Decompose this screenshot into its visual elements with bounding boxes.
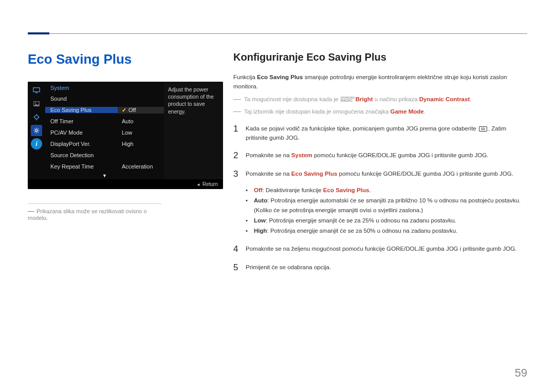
osd-item: Sound <box>45 93 164 104</box>
page-number: 59 <box>515 366 527 380</box>
osd-item: Eco Saving Plus✓Off <box>45 104 164 116</box>
osd-item: PC/AV ModeLow <box>45 127 164 138</box>
step-row: 4Pomaknite se na željenu mogućnost pomoć… <box>233 244 527 254</box>
osd-menu-list: System Sound Eco Saving Plus✓Off Off Tim… <box>45 82 164 179</box>
svg-point-4 <box>35 116 39 119</box>
osd-item: DisplayPort Ver.High <box>45 138 164 150</box>
step-row: 1Kada se pojavi vodič za funkcijske tipk… <box>233 124 527 143</box>
step-row: 2Pomaknite se na System pomoću funkcije … <box>233 151 527 161</box>
check-icon: ✓ <box>122 107 126 114</box>
svg-rect-1 <box>35 92 38 94</box>
intro-paragraph: Funkcija Eco Saving Plus smanjuje potroš… <box>233 72 527 117</box>
nav-left-icon: ◄ <box>196 182 200 187</box>
samsung-magic-logo: SAMSUNGMAGIC <box>341 97 355 102</box>
menu-icon <box>479 126 487 132</box>
osd-screenshot: i System Sound Eco Saving Plus✓Off Off T… <box>28 82 223 189</box>
step-row: 3Pomaknite se na Eco Saving Plus pomoću … <box>233 169 527 179</box>
monitor-icon <box>31 85 42 96</box>
step-row: 5Primijenit će se odabrana opcija. <box>233 263 527 273</box>
svg-point-3 <box>35 102 36 103</box>
header-accent <box>28 32 49 34</box>
target-icon <box>31 111 42 123</box>
svg-point-5 <box>35 129 38 132</box>
svg-rect-0 <box>33 88 40 92</box>
page-title-right: Konfiguriranje Eco Saving Plus <box>233 51 527 63</box>
osd-item: Source Detection <box>45 150 164 161</box>
osd-icon-rail: i <box>28 82 45 179</box>
options-list: •Off: Deaktiviranje funkcije Eco Saving … <box>246 185 527 236</box>
info-icon: i <box>31 138 42 150</box>
page-title-left: Eco Saving Plus <box>28 51 223 67</box>
osd-description: Adjust the power consumption of the prod… <box>164 82 223 179</box>
osd-item: Off TimerAuto <box>45 116 164 127</box>
header-rule <box>28 33 527 34</box>
osd-item: Key Repeat TimeAcceleration <box>45 161 164 172</box>
osd-footer: ◄Return <box>28 179 223 189</box>
picture-icon <box>31 98 42 109</box>
osd-section-title: System <box>45 82 164 93</box>
chevron-down-icon: ▼ <box>45 172 164 179</box>
left-footnote: ―Prikazana slika može se razlikovati ovi… <box>28 203 161 221</box>
gear-icon <box>31 125 42 136</box>
